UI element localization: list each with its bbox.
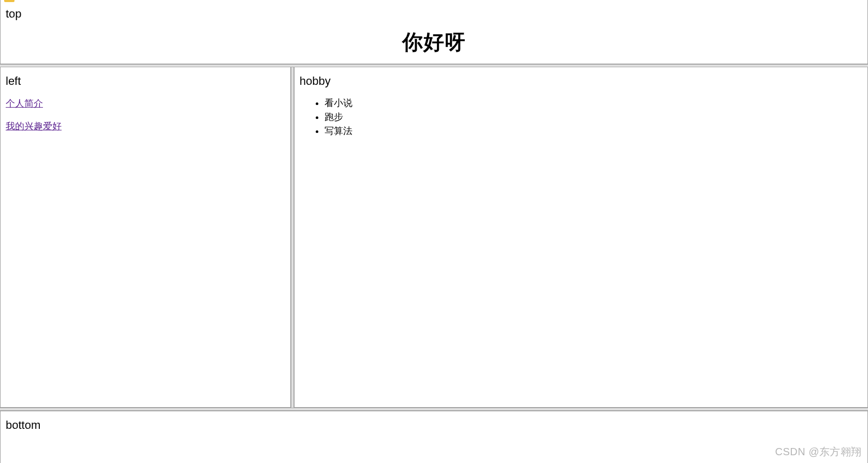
hobby-list: 看小说 跑步 写算法 (300, 96, 862, 138)
link-hobbies[interactable]: 我的兴趣爱好 (6, 120, 285, 132)
bottom-frame: bottom (0, 411, 868, 463)
list-item: 跑步 (325, 110, 862, 124)
left-frame: left 个人简介 我的兴趣爱好 (0, 67, 291, 408)
link-profile[interactable]: 个人简介 (6, 97, 285, 110)
top-label: top (6, 7, 862, 21)
page-heading: 你好呀 (6, 28, 862, 56)
list-item: 写算法 (325, 124, 862, 138)
bottom-label: bottom (6, 419, 862, 432)
top-frame: top 你好呀 (0, 0, 868, 64)
left-label: left (6, 74, 285, 88)
folder-icon (4, 0, 14, 2)
right-frame: hobby 看小说 跑步 写算法 (294, 67, 868, 408)
right-label: hobby (300, 74, 862, 88)
frameset-container: top 你好呀 left 个人简介 我的兴趣爱好 hobby 看小说 跑步 写算… (0, 0, 868, 463)
list-item: 看小说 (325, 96, 862, 110)
middle-frameset-row: left 个人简介 我的兴趣爱好 hobby 看小说 跑步 写算法 (0, 67, 868, 408)
